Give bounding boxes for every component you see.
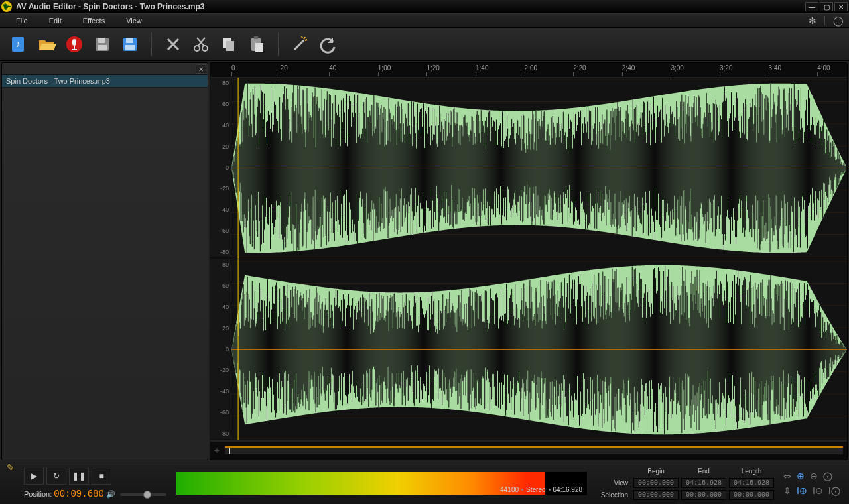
maximize-button[interactable]: ▢ — [820, 2, 833, 11]
zoom-fit-h-icon[interactable]: ⇔ — [783, 471, 791, 481]
new-audio-button[interactable]: ♪ — [7, 32, 31, 56]
minimize-button[interactable]: — — [805, 2, 818, 11]
overview-scrollbar[interactable] — [225, 448, 843, 454]
zoom-in-h-icon[interactable]: ⊕ — [797, 471, 805, 481]
amplitude-ruler: 806040200-20-40-60-80 — [210, 78, 231, 257]
separator — [278, 32, 279, 56]
svg-rect-10 — [126, 38, 133, 43]
svg-rect-22 — [255, 43, 263, 52]
menu-bar: File Edit Effects View ✻ ◯ — [0, 13, 849, 28]
track-list-panel: ✕ Spin Doctors - Two Princes.mp3 — [1, 62, 208, 460]
play-button[interactable]: ▶ — [24, 468, 44, 485]
svg-line-23 — [294, 40, 304, 50]
toolbar: ♪ — [0, 28, 849, 61]
view-length[interactable]: 04:16.928 — [729, 478, 774, 488]
svg-point-14 — [194, 46, 200, 51]
stop-button[interactable]: ■ — [92, 468, 111, 485]
open-file-button[interactable] — [34, 32, 58, 56]
zoom-controls: ⇔ ⊕ ⊖ ⨀ ⇕ I⊕ I⊖ I⨀ — [783, 471, 840, 496]
cut-button[interactable] — [189, 32, 213, 56]
separator — [824, 16, 825, 25]
app-logo-icon — [1, 1, 12, 12]
workspace: ✕ Spin Doctors - Two Princes.mp3 020401;… — [0, 61, 849, 462]
paste-button[interactable] — [245, 32, 269, 56]
separator — [151, 32, 152, 56]
svg-rect-8 — [98, 45, 107, 50]
overview-anchor-icon[interactable]: ⌖ — [214, 445, 220, 456]
control-bar: ✎ ▶ ↻ ❚❚ ■ Position: 00:09.680 🔊 44100 S… — [0, 462, 849, 504]
channel-right[interactable]: 806040200-20-40-60-80 — [210, 259, 847, 441]
zoom-in-v-icon[interactable]: I⊕ — [797, 485, 807, 496]
svg-rect-21 — [254, 36, 258, 39]
time-ruler[interactable]: 020401;001;201;402;002;202;403;003;203;4… — [210, 63, 847, 78]
zoom-sel-v-icon[interactable]: I⨀ — [828, 485, 840, 496]
copy-button[interactable] — [217, 32, 241, 56]
zoom-sel-h-icon[interactable]: ⨀ — [823, 471, 832, 481]
overview-track: ⌖ — [210, 441, 847, 460]
window-controls: — ▢ ✕ — [805, 2, 848, 11]
svg-point-15 — [202, 46, 208, 51]
menu-effects[interactable]: Effects — [72, 15, 115, 27]
sel-length[interactable]: 00:00.000 — [729, 490, 774, 500]
svg-rect-3 — [72, 39, 76, 46]
close-panel-button[interactable]: ✕ — [196, 64, 206, 74]
zoom-fit-v-icon[interactable]: ⇕ — [783, 485, 791, 496]
magic-wand-button[interactable] — [288, 32, 312, 56]
menu-view[interactable]: View — [115, 15, 153, 27]
track-list-item[interactable]: Spin Doctors - Two Princes.mp3 — [2, 75, 208, 88]
zoom-out-h-icon[interactable]: ⊖ — [810, 471, 818, 481]
window-title: AV Audio Editor - Spin Doctors - Two Pri… — [16, 2, 805, 11]
position-readout: Position: 00:09.680 🔊 — [24, 489, 166, 499]
level-meter: 44100 Stereo 04:16.928 — [176, 472, 587, 495]
menu-edit[interactable]: Edit — [38, 15, 72, 27]
pause-button[interactable]: ❚❚ — [69, 468, 89, 485]
svg-rect-11 — [125, 45, 135, 50]
settings-gear-icon[interactable]: ✻ — [809, 15, 816, 26]
save-button[interactable] — [90, 32, 114, 56]
title-bar: AV Audio Editor - Spin Doctors - Two Pri… — [0, 0, 849, 13]
zoom-out-v-icon[interactable]: I⊖ — [813, 485, 823, 496]
svg-rect-19 — [226, 41, 234, 51]
volume-slider[interactable] — [120, 493, 166, 496]
speaker-icon[interactable]: 🔊 — [106, 490, 115, 498]
record-button[interactable] — [62, 32, 86, 56]
track-list-header: ✕ — [2, 63, 208, 75]
amplitude-ruler: 806040200-20-40-60-80 — [210, 259, 231, 439]
edit-mode-icon[interactable]: ✎ — [7, 462, 15, 473]
menu-file[interactable]: File — [5, 15, 38, 27]
close-button[interactable]: ✕ — [834, 2, 848, 11]
channel-left[interactable]: 806040200-20-40-60-80 — [210, 78, 847, 259]
svg-text:♪: ♪ — [16, 38, 21, 49]
sel-begin[interactable]: 00:00.000 — [633, 490, 679, 500]
view-end[interactable]: 04:16.928 — [681, 478, 726, 488]
delete-button[interactable] — [161, 32, 185, 56]
loop-button[interactable]: ↻ — [46, 468, 66, 485]
view-begin[interactable]: 00:00.000 — [633, 478, 679, 488]
save-as-button[interactable] — [118, 32, 142, 56]
svg-rect-7 — [98, 38, 105, 43]
sel-end[interactable]: 00:00.000 — [681, 490, 726, 500]
undo-button[interactable] — [316, 32, 340, 56]
transport-controls: ▶ ↻ ❚❚ ■ — [24, 468, 166, 485]
selection-readout: Begin End Length View 00:00.000 04:16.92… — [596, 466, 774, 501]
waveform-editor: 020401;001;201;402;002;202;403;003;203;4… — [210, 62, 848, 460]
help-circle-icon[interactable]: ◯ — [833, 15, 844, 26]
